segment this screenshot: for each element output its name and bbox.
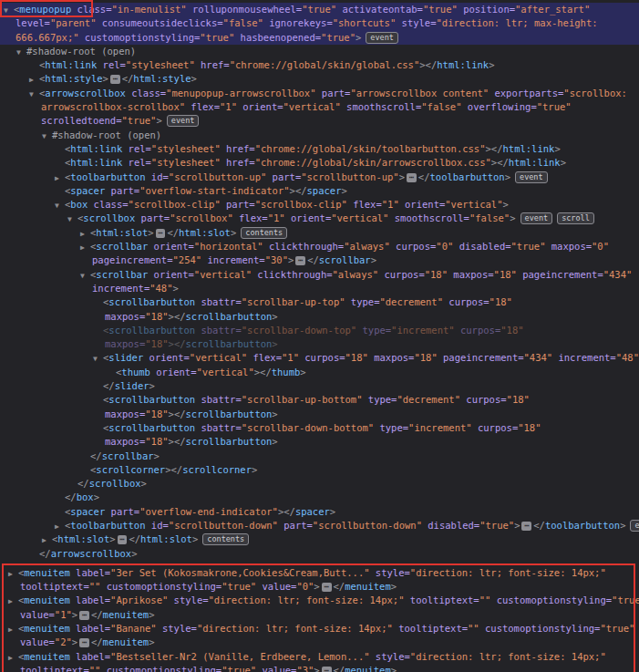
twisty-open-icon[interactable]: ▼ xyxy=(55,199,65,212)
twisty-open-icon[interactable]: ▼ xyxy=(4,4,14,16)
code-text: ></ xyxy=(169,436,186,447)
markup-line[interactable]: ▼<scrollbox part="scrollbox" flex="1" or… xyxy=(0,212,639,225)
twisty-collapsed-icon[interactable]: ▶ xyxy=(8,567,18,580)
twisty-collapsed-icon[interactable]: ▶ xyxy=(29,73,39,86)
markup-line[interactable]: </arrowscrollbox> xyxy=(0,547,639,561)
markup-line[interactable]: pageincrement="254" increment="30">⋯</sc… xyxy=(0,253,639,267)
twisty-collapsed-icon[interactable]: ▶ xyxy=(8,623,18,636)
markup-line[interactable]: scrolledtoend="true">event xyxy=(0,114,639,128)
twisty-collapsed-icon[interactable]: ▶ xyxy=(42,533,52,546)
code-text: > xyxy=(341,185,346,196)
markup-line[interactable]: <thumb orient="vertical"></thumb> xyxy=(0,366,639,379)
markup-line[interactable]: <scrollbarbutton sbattr="scrollbar-up-bo… xyxy=(0,393,639,407)
code-text: > xyxy=(391,581,397,592)
markup-line[interactable]: ▼<arrowscrollbox class="menupopup-arrows… xyxy=(0,87,639,100)
code-text: "Banane" xyxy=(110,623,157,634)
code-text: "vertical" xyxy=(283,101,341,112)
markup-line[interactable]: <html:link rel="stylesheet" href="chrome… xyxy=(0,58,639,72)
code-text: scrollcorner xyxy=(182,464,252,475)
markup-line[interactable]: <scrollbarbutton sbattr="scrollbar-up-to… xyxy=(0,295,639,309)
code-text: 666.667px;" xyxy=(15,32,79,43)
ellipsis-icon[interactable]: ⋯ xyxy=(79,611,89,620)
ellipsis-icon[interactable]: ⋯ xyxy=(118,535,128,544)
markup-line[interactable]: level="parent" consumeoutsideclicks="fal… xyxy=(0,16,639,30)
markup-line[interactable]: ▶<html:style>⋯</html:style> xyxy=(0,72,639,86)
ellipsis-icon[interactable]: ⋯ xyxy=(110,75,120,84)
markup-line[interactable]: ▶<toolbarbutton id="scrollbutton-up" par… xyxy=(0,171,639,184)
ellipsis-icon[interactable]: ⋯ xyxy=(156,229,166,238)
markup-line[interactable]: <spacer part="overflow-end-indicator"></… xyxy=(0,505,639,519)
ellipsis-icon[interactable]: ⋯ xyxy=(407,173,417,182)
markup-line[interactable]: </scrollbar> xyxy=(0,450,639,463)
markup-line[interactable]: ▼<scrollbar orient="vertical" clickthrou… xyxy=(0,268,639,282)
markup-line[interactable]: ▶<menuitem label="Aprikose" style="direc… xyxy=(0,594,639,607)
markup-line[interactable]: <scrollbarbutton sbattr="scrollbar-down-… xyxy=(0,324,639,337)
markup-line[interactable]: ▶<menuitem label="Banane" style="directi… xyxy=(0,622,639,636)
twisty-open-icon[interactable]: ▼ xyxy=(67,212,77,225)
markup-line[interactable]: <spacer part="overflow-start-indicator">… xyxy=(0,184,639,198)
twisty-collapsed-icon[interactable]: ▶ xyxy=(55,171,65,184)
markup-line[interactable]: increment="48"> xyxy=(0,282,639,295)
ellipsis-icon[interactable]: ⋯ xyxy=(79,638,89,647)
markup-line[interactable]: ▼#shadow-root (open) xyxy=(0,45,639,58)
markup-line[interactable]: ▶<html:slot>⋯</html:slot>contents xyxy=(0,532,639,546)
twisty-open-icon[interactable]: ▼ xyxy=(42,129,52,142)
ellipsis-icon[interactable]: ⋯ xyxy=(322,583,332,592)
markup-line[interactable]: tooltiptext="" customoptionstyling="true… xyxy=(0,664,639,672)
markup-line[interactable]: ▼<slider orient="vertical" flex="1" curp… xyxy=(0,351,639,365)
ellipsis-icon[interactable]: ⋯ xyxy=(295,256,305,265)
contents-badge[interactable]: contents xyxy=(241,227,287,239)
markup-line[interactable]: ▶<menuitem label="Bestseller-Nr2 (Vanill… xyxy=(0,650,639,664)
markup-line[interactable]: value="2">⋯</menuitem> xyxy=(0,636,639,649)
twisty-open-icon[interactable]: ▼ xyxy=(16,46,26,58)
code-text: > xyxy=(72,609,77,620)
event-badge[interactable]: event xyxy=(520,212,553,224)
markup-line[interactable]: ▶<toolbarbutton id="scrollbutton-down" p… xyxy=(0,519,639,532)
markup-line[interactable]: maxpos="18"></scrollbarbutton> xyxy=(0,435,639,449)
code-text: "true" xyxy=(600,623,634,634)
event-badge[interactable]: event xyxy=(630,520,639,532)
twisty-collapsed-icon[interactable]: ▶ xyxy=(80,241,90,253)
markup-line[interactable]: maxpos="18"></scrollbarbutton> xyxy=(0,408,639,421)
markup-line[interactable]: ▶<menuitem label="3er Set (Kokosmakrone,… xyxy=(0,566,639,580)
contents-badge[interactable]: contents xyxy=(202,533,249,545)
markup-line[interactable]: ▼<menupopup class="in-menulist" rollupon… xyxy=(0,3,639,16)
twisty-open-icon[interactable]: ▼ xyxy=(93,352,103,365)
twisty-collapsed-icon[interactable]: ▶ xyxy=(80,227,90,240)
code-text: "scrollbutton-down" xyxy=(169,520,278,531)
markup-line[interactable]: tooltiptext="" customoptionstyling="true… xyxy=(0,580,639,594)
markup-line[interactable]: <html:link rel="stylesheet" href="chrome… xyxy=(0,142,639,156)
markup-line[interactable]: ▼#shadow-root (open) xyxy=(0,129,639,142)
code-text: "stylesheet" xyxy=(126,59,195,70)
code-text: arrowscrollbox xyxy=(45,88,126,98)
markup-line[interactable]: arrowscrollbox-scrollbox" flex="1" orien… xyxy=(0,100,639,114)
markup-line[interactable]: <scrollbarbutton sbattr="scrollbar-down-… xyxy=(0,421,639,435)
code-text: "vertical" xyxy=(194,269,252,280)
markup-line[interactable]: <html:link rel="stylesheet" href="chrome… xyxy=(0,156,639,170)
markup-line[interactable]: maxpos="18"></scrollbarbutton> xyxy=(0,310,639,324)
twisty-collapsed-icon[interactable]: ▶ xyxy=(55,520,65,532)
event-badge[interactable]: event xyxy=(515,171,548,183)
markup-line[interactable]: ▶<html:slot>⋯</html:slot>contents xyxy=(0,226,639,240)
markup-line[interactable]: <scrollcorner></scrollcorner> xyxy=(0,463,639,477)
markup-line[interactable]: maxpos="18"></scrollbarbutton> xyxy=(0,337,639,351)
markup-line[interactable]: 666.667px;" customoptionstyling="true" h… xyxy=(0,31,639,45)
markup-line[interactable]: value="1">⋯</menuitem> xyxy=(0,608,639,622)
ellipsis-icon[interactable]: ⋯ xyxy=(322,667,332,672)
markup-line[interactable]: </slider> xyxy=(0,379,639,393)
markup-line[interactable]: ▶<scrollbar orient="horizontal" clickthr… xyxy=(0,240,639,253)
markup-line[interactable]: ▼<box class="scrollbox-clip" part="scrol… xyxy=(0,198,639,212)
code-text: orient= xyxy=(148,241,194,252)
code-text: "" xyxy=(468,623,479,634)
scroll-badge[interactable]: scroll xyxy=(557,212,594,224)
event-badge[interactable]: event xyxy=(167,115,200,127)
twisty-open-icon[interactable]: ▼ xyxy=(29,88,39,100)
twisty-collapsed-icon[interactable]: ▶ xyxy=(8,651,18,664)
event-badge[interactable]: event xyxy=(366,32,398,44)
twisty-open-icon[interactable]: ▼ xyxy=(80,269,90,282)
markup-line[interactable]: </scrollbox> xyxy=(0,477,639,491)
markup-line[interactable]: </box> xyxy=(0,491,639,504)
ellipsis-icon[interactable]: ⋯ xyxy=(521,522,531,531)
twisty-collapsed-icon[interactable]: ▶ xyxy=(8,594,18,607)
code-text: maxpos= xyxy=(448,269,494,280)
